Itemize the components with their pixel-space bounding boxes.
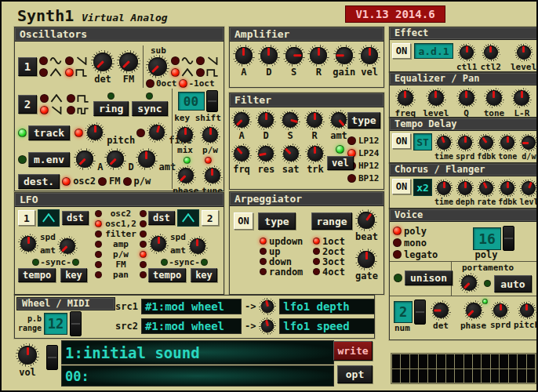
lfo2-wave-display[interactable] <box>177 209 199 227</box>
arp-3oct-led[interactable] <box>313 258 320 265</box>
delay-tone-knob[interactable] <box>498 133 517 152</box>
sub-triangle-led[interactable] <box>171 68 180 77</box>
effect-ctl1-knob[interactable] <box>457 43 476 62</box>
menv-decay-knob[interactable] <box>104 148 126 170</box>
osc-tune-knob[interactable] <box>202 165 223 186</box>
lfo1-target-pan-led[interactable] <box>95 271 102 278</box>
delay-time-knob[interactable] <box>434 133 453 152</box>
osc2-saw-led[interactable] <box>40 106 49 114</box>
arp-type-button[interactable]: type <box>258 212 296 230</box>
sub-saw-led[interactable] <box>196 56 205 65</box>
src2-target-display[interactable]: lfo1 speed <box>279 318 375 334</box>
amp-attack-knob[interactable] <box>233 45 255 67</box>
lfo2-target-pan-led[interactable] <box>140 271 147 278</box>
osc1-triangle-led[interactable] <box>39 68 48 77</box>
lfo2-target-osc12-led[interactable] <box>140 220 147 227</box>
lfo1-button[interactable]: 1 <box>18 210 35 226</box>
amp-release-knob[interactable] <box>307 45 329 67</box>
delay-on-button[interactable]: ON <box>392 133 411 149</box>
ring-button[interactable]: ring <box>93 101 129 116</box>
arp-range-button[interactable]: range <box>311 212 352 230</box>
filter-bp12-led[interactable] <box>347 174 356 183</box>
delay-feedback-knob[interactable] <box>477 133 496 152</box>
src2-source-display[interactable]: #1:mod wheel <box>141 318 242 334</box>
track-button[interactable]: track <box>28 125 70 140</box>
eq-q-knob[interactable] <box>456 88 477 108</box>
eq-freq-knob[interactable] <box>395 88 416 108</box>
lfo2-target-amp-led[interactable] <box>140 241 147 248</box>
sub-0oct-led[interactable] <box>146 79 154 88</box>
portamento-knob[interactable] <box>459 273 479 293</box>
osc1-square-led[interactable] <box>65 68 74 77</box>
filter-release-knob[interactable] <box>304 110 325 130</box>
opt-button[interactable]: opt <box>337 365 373 383</box>
dest-button[interactable]: dest. <box>18 174 60 189</box>
lfo1-target-osc12-led[interactable] <box>95 220 102 227</box>
filter-sustain-knob[interactable] <box>280 110 300 130</box>
lfo2-button[interactable]: 2 <box>202 210 219 226</box>
arp-2oct-led[interactable] <box>313 248 320 255</box>
menv-amount-knob[interactable] <box>136 148 158 170</box>
chorus-on-button[interactable]: ON <box>392 179 411 194</box>
chorus-rate-knob[interactable] <box>477 179 496 198</box>
effect-ctl2-knob[interactable] <box>482 43 500 62</box>
sub-square-led[interactable] <box>196 68 205 77</box>
lfo1-target-osc2-led[interactable] <box>95 210 102 217</box>
eq-tone-knob[interactable] <box>484 88 504 108</box>
delay-spread-knob[interactable] <box>456 133 474 152</box>
voice-poly-led[interactable] <box>393 227 402 235</box>
osc-pw-knob[interactable] <box>200 125 220 145</box>
lfo2-target-filter-led[interactable] <box>140 230 147 238</box>
portamento-auto-button[interactable]: auto <box>494 275 532 292</box>
preset-bank-display[interactable]: 00: <box>61 365 334 387</box>
unison-button[interactable]: unison <box>405 270 453 285</box>
arp-updown-led[interactable] <box>260 238 267 245</box>
effect-on-button[interactable]: ON <box>392 43 411 59</box>
arp-1oct-led[interactable] <box>313 238 320 245</box>
lfo1-key-button[interactable]: key <box>60 268 87 282</box>
src2-amount-knob[interactable] <box>259 318 276 335</box>
voice-legato-led[interactable] <box>393 250 402 259</box>
arp-down-led[interactable] <box>260 258 267 265</box>
lfo1-target-filter-led[interactable] <box>95 230 102 238</box>
amp-decay-knob[interactable] <box>258 45 280 67</box>
pan-lr-knob[interactable] <box>511 88 532 108</box>
osc2-pitch-knob[interactable] <box>85 122 105 143</box>
lfo1-target-fm-led[interactable] <box>95 261 102 268</box>
chorus-time-knob[interactable] <box>434 179 453 198</box>
sub-sine-led[interactable] <box>171 56 180 65</box>
filter-sat-knob[interactable] <box>281 143 301 164</box>
src1-amount-knob[interactable] <box>259 298 276 315</box>
arp-random-led[interactable] <box>260 268 267 275</box>
arp-up-led[interactable] <box>260 248 267 255</box>
unison-spread-knob[interactable] <box>491 301 510 320</box>
dest-pw-led[interactable] <box>123 177 132 186</box>
menv-attack-knob[interactable] <box>74 148 96 170</box>
delay-drywet-knob[interactable] <box>519 133 538 152</box>
osc1-sine-led[interactable] <box>39 56 48 65</box>
unison-phase-knob[interactable] <box>463 300 484 321</box>
unison-num-slider[interactable] <box>414 299 426 325</box>
polyphony-slider[interactable] <box>503 226 514 251</box>
lfo2-speed-knob[interactable] <box>148 234 169 254</box>
osc2-square-led[interactable] <box>67 94 75 103</box>
arp-on-button[interactable]: ON <box>234 212 253 230</box>
osc-mix-knob[interactable] <box>175 125 195 145</box>
filter-attack-knob[interactable] <box>231 110 252 130</box>
lfo1-tempo-button[interactable]: tempo <box>18 268 56 282</box>
amp-sustain-knob[interactable] <box>283 45 305 67</box>
lfo2-tempo-button[interactable]: tempo <box>148 268 186 282</box>
volume-knob[interactable] <box>16 343 39 367</box>
lfo2-target-osc2-led[interactable] <box>140 210 147 217</box>
lfo2-amount-knob[interactable] <box>187 236 208 256</box>
unison-detune-knob[interactable] <box>431 300 451 321</box>
lfo2-target-fm-led[interactable] <box>140 261 147 268</box>
filter-lp12-led[interactable] <box>347 136 356 145</box>
filter-freq-knob[interactable] <box>231 143 252 164</box>
unison-pitch-knob[interactable] <box>518 301 536 320</box>
src1-target-display[interactable]: lfo1 depth <box>279 299 375 314</box>
lfo1-amount-knob[interactable] <box>57 236 78 256</box>
sync-button[interactable]: sync <box>132 101 167 116</box>
amp-velocity-knob[interactable] <box>358 45 380 67</box>
lfo2-dst-button[interactable]: dst <box>148 211 175 225</box>
